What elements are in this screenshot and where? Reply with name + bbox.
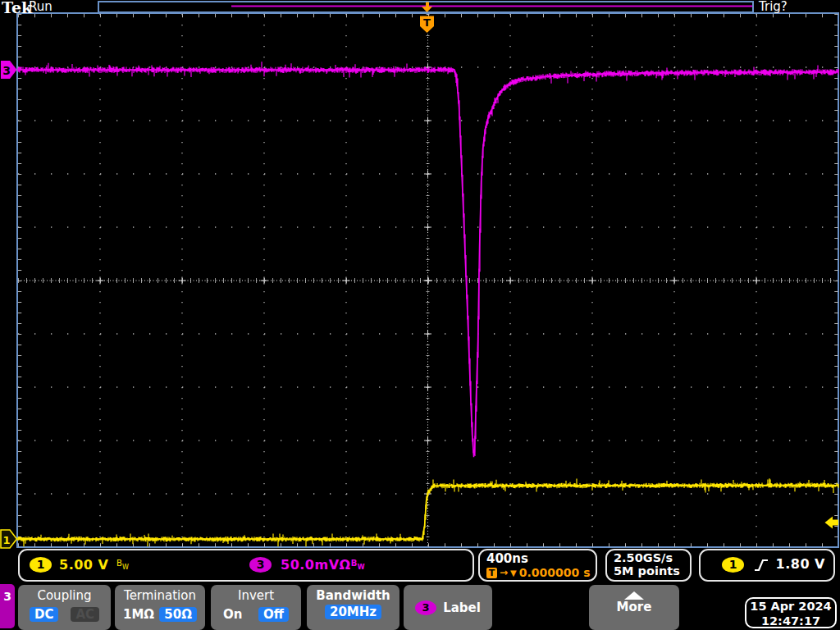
ch1-bw-b: B [116, 559, 122, 568]
trigger-level-arrow-icon[interactable] [825, 517, 839, 529]
tek-logo: Tek [2, 0, 32, 16]
acquisition-status: Run [29, 0, 52, 13]
ch3-trace-core [18, 70, 838, 457]
ch1-badge[interactable]: 1 [30, 557, 52, 573]
ch1-trace-core [18, 486, 838, 540]
ch1-marker-number: 1 [2, 534, 10, 546]
time-value: 12:47:17 [746, 614, 835, 629]
trigger-position-flag[interactable]: T [420, 16, 434, 34]
coupling-dc-option[interactable]: DC [30, 607, 58, 622]
graticule-border [17, 13, 838, 547]
coupling-ac-option[interactable]: AC [71, 607, 99, 622]
datetime-display: 15 Apr 2024 12:47:17 [745, 597, 837, 628]
invert-button[interactable]: Invert On Off [211, 585, 301, 630]
trigger-level-readout: 1.80 V [776, 556, 825, 572]
trigger-source-badge[interactable]: 1 [722, 557, 744, 573]
ch3-scale-readout: 50.0mVΩBW [281, 557, 365, 573]
trigger-status: Trig? [759, 0, 788, 13]
acquisition-readout-box: 2.50GS/s 5M points [605, 549, 692, 582]
ch3-badge[interactable]: 3 [249, 557, 272, 573]
graticule-grid [17, 13, 838, 547]
ch1-ground-marker[interactable]: 1 [1, 530, 17, 548]
ch3-impedance-icon: Ω [340, 557, 351, 573]
sample-rate-readout: 2.50GS/s [614, 551, 690, 564]
termination-1mohm-option[interactable]: 1MΩ [123, 607, 154, 622]
invert-on-option[interactable]: On [223, 607, 242, 622]
termination-50ohm-option[interactable]: 50Ω [159, 607, 197, 622]
invert-title: Invert [211, 588, 301, 603]
ch3-ground-marker[interactable]: 3 [1, 61, 17, 79]
date-value: 15 Apr 2024 [746, 600, 835, 614]
ch3-bw-w: W [358, 564, 365, 571]
record-view-bar [98, 2, 753, 12]
arrow-right-icon: → [500, 567, 508, 578]
timebase-readout: 400ns [486, 551, 596, 566]
channel-readout-box: 1 5.00 V BW 3 50.0mVΩBW [18, 549, 474, 582]
termination-button[interactable]: Termination 1MΩ 50Ω [115, 585, 205, 630]
trigger-readout-box: 1 1.80 V [699, 549, 835, 582]
ch3-marker-number: 3 [2, 64, 11, 77]
trigger-position-value: 0.000000 s [519, 566, 591, 579]
ch1-marker-shape [1, 530, 17, 548]
ch1-trace [18, 478, 838, 546]
label-button[interactable]: 3 Label [404, 585, 492, 630]
invert-off-option[interactable]: Off [258, 607, 289, 622]
record-length-readout: 5M points [614, 564, 690, 578]
up-arrow-icon [624, 591, 644, 600]
horizontal-readout-box: 400ns T→▼0.000000 s [478, 549, 597, 582]
label-ch3-badge: 3 [415, 600, 436, 615]
label-title: Label [443, 600, 481, 615]
trigger-position-readout: T→▼0.000000 s [486, 566, 596, 579]
ch1-bw-w: W [122, 564, 129, 571]
bandwidth-title: Bandwidth [307, 588, 399, 603]
bandwidth-20mhz-option[interactable]: 20MHz [325, 605, 381, 619]
waveforms [18, 62, 839, 546]
ch3-trace [18, 62, 838, 456]
trigger-flag-letter: T [423, 16, 431, 29]
more-title: More [589, 600, 679, 614]
coupling-title: Coupling [18, 588, 111, 603]
ch3-scale-value: 50.0mV [281, 557, 340, 573]
coupling-button[interactable]: Coupling DC AC [18, 585, 111, 630]
ch1-scale-readout: 5.00 V [59, 557, 108, 573]
termination-title: Termination [115, 588, 205, 603]
trigger-flag-shape [420, 16, 434, 34]
scope-display: T 3 1 [0, 0, 840, 630]
trigger-position-arrow-icon[interactable] [422, 7, 432, 12]
more-button[interactable]: More [589, 585, 679, 630]
trigger-t-icon: T [486, 568, 497, 578]
channel3-menu-tab[interactable]: 3 [0, 584, 15, 628]
ch1-bandwidth-limit-icon: BW [116, 557, 129, 573]
trigger-position-arrow-stem[interactable] [426, 2, 429, 7]
ch3-bw-b: B [351, 559, 358, 568]
oscilloscope-screen: T 3 1 Tek Run Trig? 1 5.00 V BW 3 50.0mV… [0, 0, 840, 630]
record-view-frame [98, 2, 753, 12]
rising-edge-slope-icon [753, 558, 769, 573]
bandwidth-button[interactable]: Bandwidth 20MHz [307, 585, 399, 630]
position-marker-icon: ▼ [510, 568, 517, 578]
ch3-marker-shape [1, 61, 17, 79]
